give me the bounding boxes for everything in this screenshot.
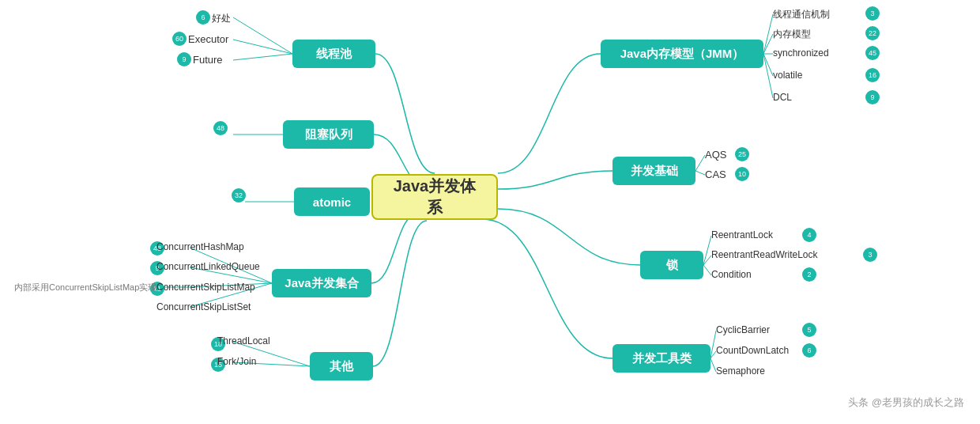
badge-3b: 3 — [863, 248, 877, 262]
badge-22: 22 — [865, 26, 880, 40]
badge-5: 5 — [802, 323, 816, 337]
node-dcl: DCL — [773, 92, 792, 103]
badge-6: 6 — [196, 10, 210, 25]
badge-16: 16 — [865, 68, 880, 82]
node-blocking-queue: 阻塞队列 — [283, 120, 374, 149]
node-concurrent-base: 并发基础 — [612, 157, 695, 185]
badge-4: 4 — [802, 228, 816, 242]
node-executor: Executor — [188, 33, 228, 45]
label-jmm: Java内存模型（JMM） — [620, 47, 744, 62]
node-haochU: 好处 — [212, 12, 231, 25]
node-volatile: volatile — [773, 70, 802, 81]
node-cyclic-barrier: CyclicBarrier — [716, 324, 770, 335]
badge-6b: 6 — [802, 343, 816, 358]
node-future: Future — [193, 54, 223, 66]
watermark: 头条 @老男孩的成长之路 — [848, 396, 964, 410]
badge-10: 10 — [735, 167, 749, 181]
center-node: Java并发体系 — [371, 174, 498, 220]
node-forkjoin: Fork/Join — [217, 356, 256, 367]
label-atomic: atomic — [313, 195, 351, 209]
label-lock: 锁 — [666, 258, 678, 273]
node-other: 其他 — [310, 352, 373, 380]
label-other: 其他 — [330, 359, 353, 374]
node-chm: ConcurrentHashMap — [156, 241, 244, 252]
label-concurrent-collection: Java并发集合 — [285, 276, 358, 291]
node-synchronized: synchronized — [773, 47, 829, 59]
node-concurrent-tools: 并发工具类 — [612, 344, 710, 373]
node-countdown-latch: CountDownLatch — [716, 345, 789, 356]
node-lock: 锁 — [640, 251, 703, 279]
node-thread-comm: 线程通信机制 — [773, 8, 830, 21]
label-concurrent-tools: 并发工具类 — [632, 351, 692, 366]
badge-45: 45 — [865, 46, 880, 60]
badge-48a: 48 — [213, 121, 228, 135]
badge-25: 25 — [735, 147, 749, 161]
label-blocking-queue: 阻塞队列 — [305, 127, 352, 142]
node-clq: ConcurrentLinkedQueue — [156, 261, 260, 272]
node-concurrent-collection: Java并发集合 — [272, 269, 371, 297]
node-extra-note: 内部采用ConcurrentSkipListMap实现 — [14, 282, 156, 293]
node-thread-pool: 线程池 — [292, 40, 375, 68]
label-concurrent-base: 并发基础 — [631, 164, 678, 179]
node-mem-model: 内存模型 — [773, 28, 811, 41]
badge-3a: 3 — [865, 6, 880, 21]
badge-9a: 9 — [177, 52, 191, 66]
node-threadlocal: ThreadLocal — [217, 335, 270, 346]
node-reentrant-lock: ReentrantLock — [711, 229, 773, 240]
node-semaphore: Semaphore — [716, 365, 765, 377]
label-thread-pool: 线程池 — [316, 47, 352, 62]
node-condition: Condition — [711, 269, 752, 280]
node-cslm: ConcurrentSkipListMap — [156, 282, 255, 293]
badge-60: 60 — [172, 32, 187, 46]
badge-9c: 9 — [865, 90, 880, 104]
node-aqs: AQS — [705, 149, 726, 161]
badge-2: 2 — [802, 267, 816, 282]
badge-32: 32 — [232, 188, 246, 203]
watermark-text: 头条 @老男孩的成长之路 — [848, 396, 964, 408]
node-reentrant-rw-lock: ReentrantReadWriteLock — [711, 249, 818, 260]
node-atomic: atomic — [294, 187, 370, 216]
node-csls: ConcurrentSkipListSet — [156, 301, 251, 312]
node-jmm: Java内存模型（JMM） — [601, 40, 763, 68]
node-cas: CAS — [705, 168, 726, 180]
center-label: Java并发体系 — [389, 176, 481, 218]
